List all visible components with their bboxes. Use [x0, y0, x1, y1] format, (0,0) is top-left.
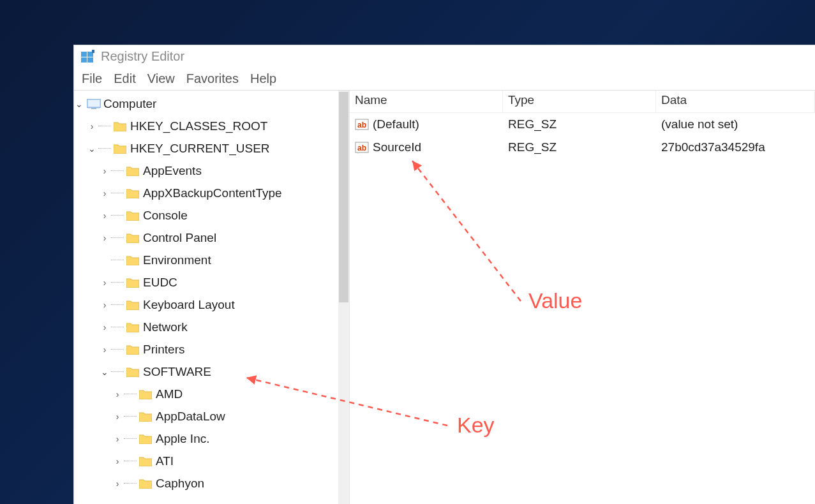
value-name: (Default): [373, 117, 419, 131]
reg-string-icon: ab: [355, 117, 369, 131]
window-title: Registry Editor: [101, 49, 184, 64]
folder-icon: [126, 210, 139, 221]
chevron-right-icon[interactable]: ›: [100, 322, 110, 332]
tree-node-amd[interactable]: › AMD: [74, 383, 339, 405]
column-type[interactable]: Type: [503, 91, 656, 112]
tree-label: SOFTWARE: [143, 365, 211, 379]
chevron-right-icon[interactable]: ›: [112, 456, 123, 466]
chevron-right-icon[interactable]: ›: [100, 233, 110, 243]
menu-edit[interactable]: Edit: [110, 70, 139, 87]
chevron-down-icon[interactable]: ⌄: [100, 367, 110, 377]
folder-icon: [126, 322, 139, 333]
tree-node-hkcu[interactable]: ⌄ HKEY_CURRENT_USER: [74, 137, 339, 159]
chevron-right-icon[interactable]: ›: [112, 389, 123, 399]
chevron-right-icon[interactable]: ›: [100, 345, 110, 355]
svg-rect-3: [87, 57, 93, 63]
scrollbar-thumb[interactable]: [339, 92, 348, 302]
tree-node-network[interactable]: › Network: [74, 316, 339, 338]
folder-icon: [114, 121, 126, 132]
content-split: ⌄ Computer ›: [74, 90, 815, 504]
tree-label: Computer: [103, 97, 156, 111]
value-type: REG_SZ: [503, 117, 656, 131]
tree-root-computer[interactable]: ⌄ Computer: [74, 93, 339, 115]
titlebar: Registry Editor: [74, 45, 815, 68]
chevron-down-icon[interactable]: ⌄: [87, 144, 97, 154]
tree-label: Control Panel: [143, 231, 216, 245]
tree-label: Console: [143, 209, 188, 223]
value-data: 27b0cd37a34529fa: [656, 140, 815, 154]
menu-view[interactable]: View: [144, 70, 179, 87]
tree-label: HKEY_CLASSES_ROOT: [130, 119, 267, 133]
registry-editor-window: Registry Editor File Edit View Favorites…: [73, 45, 815, 504]
folder-icon: [114, 143, 126, 154]
svg-rect-6: [88, 100, 100, 107]
tree-node-environment[interactable]: · Environment: [74, 249, 339, 271]
tree-node-appevents[interactable]: › AppEvents: [74, 159, 339, 182]
tree-scrollbar[interactable]: [338, 91, 349, 504]
menu-file[interactable]: File: [78, 70, 106, 87]
chevron-right-icon[interactable]: ›: [100, 278, 110, 288]
chevron-right-icon[interactable]: ›: [100, 188, 110, 198]
folder-icon: [139, 389, 152, 400]
tree-node-hkcr[interactable]: › HKEY_CLASSES_ROOT: [74, 115, 339, 137]
chevron-right-icon[interactable]: ›: [87, 121, 97, 131]
tree-node-caphyon[interactable]: › Caphyon: [74, 472, 339, 494]
svg-rect-2: [81, 57, 87, 63]
tree-label: HKEY_CURRENT_USER: [130, 142, 270, 156]
tree-node-appdatalow[interactable]: › AppDataLow: [74, 405, 339, 427]
chevron-down-icon[interactable]: ⌄: [74, 99, 84, 109]
column-name[interactable]: Name: [350, 91, 503, 112]
tree-node-eudc[interactable]: › EUDC: [74, 271, 339, 293]
value-data: (value not set): [656, 117, 815, 131]
chevron-right-icon[interactable]: ›: [100, 211, 110, 221]
value-row-default[interactable]: ab (Default) REG_SZ (value not set): [350, 113, 815, 136]
tree-label: AppEvents: [143, 164, 202, 178]
chevron-right-icon[interactable]: ›: [100, 300, 110, 310]
folder-icon: [126, 277, 139, 288]
folder-icon: [139, 456, 152, 467]
tree-label: EUDC: [143, 276, 177, 290]
value-row-sourceid[interactable]: ab SourceId REG_SZ 27b0cd37a34529fa: [350, 136, 815, 159]
tree-node-ati[interactable]: › ATI: [74, 450, 339, 472]
folder-icon: [126, 255, 139, 266]
reg-string-icon: ab: [355, 140, 369, 154]
tree-node-appxbackup[interactable]: › AppXBackupContentType: [74, 182, 339, 204]
tree-label: AppDataLow: [156, 410, 225, 424]
tree-node-apple[interactable]: › Apple Inc.: [74, 427, 339, 450]
folder-icon: [126, 232, 139, 244]
folder-icon: [126, 188, 139, 199]
value-name: SourceId: [373, 140, 421, 154]
tree-node-keyboard[interactable]: › Keyboard Layout: [74, 293, 339, 316]
chevron-right-icon[interactable]: ›: [112, 411, 123, 422]
column-data[interactable]: Data: [656, 91, 815, 112]
tree-label: Printers: [143, 343, 184, 357]
tree-node-console[interactable]: › Console: [74, 204, 339, 226]
chevron-right-icon[interactable]: ›: [112, 434, 123, 444]
registry-tree[interactable]: ⌄ Computer ›: [74, 91, 339, 494]
menu-favorites[interactable]: Favorites: [183, 70, 243, 87]
values-pane: Name Type Data ab (Default) REG_SZ: [350, 91, 815, 504]
tree-label: Apple Inc.: [156, 432, 210, 446]
folder-icon: [139, 411, 152, 422]
regedit-app-icon: [80, 50, 94, 64]
tree-label: ATI: [156, 454, 174, 468]
folder-icon: [139, 478, 152, 489]
tree-node-printers[interactable]: › Printers: [74, 338, 339, 360]
tree-label: Environment: [143, 253, 211, 267]
chevron-right-icon[interactable]: ›: [100, 166, 110, 176]
menu-help[interactable]: Help: [246, 70, 280, 87]
value-type: REG_SZ: [503, 140, 656, 154]
folder-icon: [126, 366, 139, 378]
computer-icon: [87, 98, 101, 110]
chevron-right-icon[interactable]: ›: [112, 478, 123, 489]
tree-node-controlpanel[interactable]: › Control Panel: [74, 226, 339, 249]
tree-pane: ⌄ Computer ›: [74, 91, 350, 504]
folder-icon: [126, 165, 139, 177]
tree-label: AMD: [156, 387, 183, 401]
tree-label: Caphyon: [156, 477, 204, 491]
tree-node-software[interactable]: ⌄ SOFTWARE: [74, 360, 339, 383]
folder-icon: [126, 299, 139, 311]
svg-text:ab: ab: [357, 144, 366, 152]
folder-icon: [126, 344, 139, 355]
list-header: Name Type Data: [350, 91, 815, 113]
